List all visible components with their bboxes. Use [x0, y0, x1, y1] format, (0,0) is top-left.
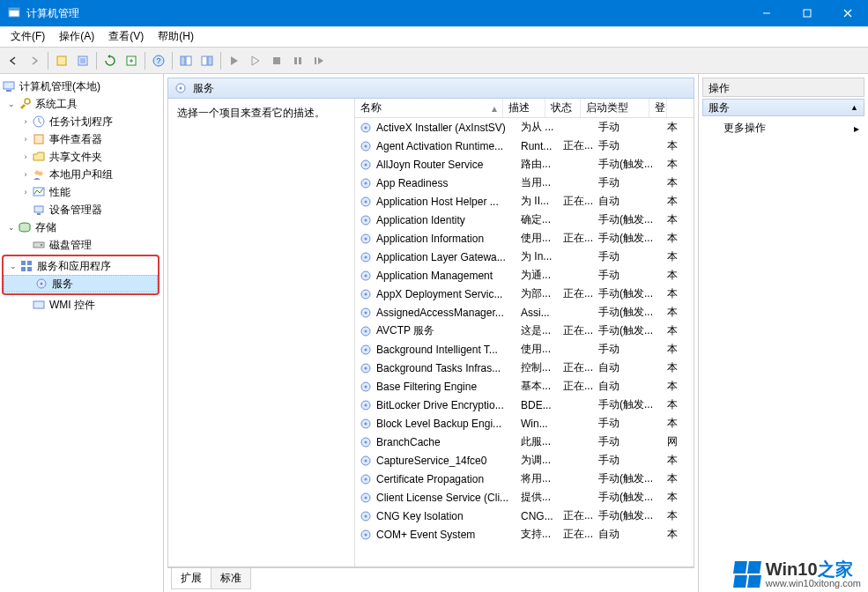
service-name: AppX Deployment Servic...	[376, 288, 521, 300]
svg-point-71	[365, 366, 367, 369]
svg-rect-17	[208, 56, 212, 65]
tree-wmi-label: WMI 控件	[49, 298, 95, 313]
service-row[interactable]: Application Layer Gatewa...为 In...手动本	[355, 248, 694, 266]
tree-event-viewer[interactable]: › 事件查看器	[0, 130, 163, 148]
navigation-tree[interactable]: 计算机管理(本地) ⌄ 系统工具 › 任务计划程序 › 事件查看器 › 共享文件…	[0, 74, 164, 592]
menu-help[interactable]: 帮助(H)	[151, 26, 201, 47]
column-name[interactable]: 名称▴	[355, 99, 503, 117]
export-button[interactable]	[122, 51, 141, 70]
service-row[interactable]: BranchCache此服...手动网	[355, 433, 694, 451]
close-button[interactable]	[827, 0, 868, 26]
back-button[interactable]	[4, 51, 23, 70]
tab-extended[interactable]: 扩展	[171, 568, 211, 589]
forward-button[interactable]	[25, 51, 44, 70]
service-row[interactable]: CaptureService_14fce0为调...手动本	[355, 451, 694, 470]
column-startup[interactable]: 启动类型	[581, 99, 649, 117]
service-row[interactable]: Base Filtering Engine基本...正在...自动本	[355, 377, 694, 396]
service-row[interactable]: Application Host Helper ...为 II...正在...自…	[355, 192, 694, 211]
services-list[interactable]: 名称▴ 描述 状态 启动类型 登 ActiveX Installer (AxIn…	[355, 99, 694, 566]
minimize-button[interactable]	[746, 0, 787, 26]
service-desc: 当用...	[521, 175, 563, 190]
tree-services[interactable]: 服务	[4, 275, 158, 292]
show-hide-actions-button[interactable]	[197, 51, 217, 70]
service-row[interactable]: Client License Service (Cli...提供...手动(触发…	[355, 488, 694, 507]
gear-icon	[359, 195, 373, 209]
tree-task-scheduler[interactable]: › 任务计划程序	[0, 113, 163, 130]
tree-services-apps-label: 服务和应用程序	[37, 259, 111, 274]
menu-view[interactable]: 查看(V)	[101, 26, 151, 47]
tree-performance[interactable]: › 性能	[0, 183, 163, 201]
service-row[interactable]: Agent Activation Runtime...Runt...正在...手…	[355, 137, 694, 155]
service-row[interactable]: Background Intelligent T...使用...手动本	[355, 340, 694, 359]
collapse-icon[interactable]: ⌄	[7, 260, 19, 272]
pause-button[interactable]	[288, 51, 308, 70]
maximize-button[interactable]	[787, 0, 827, 26]
show-hide-tree-button[interactable]	[176, 51, 196, 70]
service-startup: 手动	[598, 416, 667, 431]
gear-icon	[359, 491, 373, 505]
expand-icon[interactable]: ›	[19, 168, 32, 181]
expand-icon[interactable]: ›	[19, 186, 32, 198]
service-desc: Assi...	[521, 307, 563, 319]
start-service-button[interactable]	[225, 51, 244, 70]
expand-icon[interactable]: ›	[19, 133, 32, 145]
menu-file[interactable]: 文件(F)	[4, 26, 52, 47]
service-row[interactable]: Application Identity确定...手动(触发...本	[355, 211, 694, 229]
expand-icon[interactable]: ›	[19, 115, 32, 128]
stop-button[interactable]	[267, 51, 286, 70]
help-button[interactable]: ?	[149, 51, 168, 70]
service-row[interactable]: BitLocker Drive Encryptio...BDE...手动(触发.…	[355, 396, 694, 414]
svg-point-63	[365, 292, 367, 295]
column-status[interactable]: 状态	[545, 99, 581, 117]
svg-point-59	[365, 255, 367, 258]
services-body: 选择一个项目来查看它的描述。 名称▴ 描述 状态 启动类型 登 ActiveX …	[167, 99, 694, 567]
svg-point-57	[365, 237, 367, 240]
expand-icon[interactable]: ›	[19, 151, 32, 163]
service-startup: 手动(触发...	[598, 231, 667, 246]
service-desc: 此服...	[521, 434, 563, 449]
tab-standard[interactable]: 标准	[211, 568, 251, 589]
service-row[interactable]: CNG Key IsolationCNG...正在...手动(触发...本	[355, 507, 694, 525]
tree-disk-mgmt[interactable]: 磁盘管理	[0, 236, 163, 254]
service-row[interactable]: AppX Deployment Servic...为部...正在...手动(触发…	[355, 285, 694, 303]
tree-device-manager[interactable]: 设备管理器	[0, 201, 163, 218]
service-row[interactable]: Certificate Propagation将用...手动(触发...本	[355, 470, 694, 488]
tree-event-viewer-label: 事件查看器	[49, 132, 102, 147]
service-row[interactable]: App Readiness当用...手动本	[355, 174, 694, 192]
play-button[interactable]	[246, 51, 265, 70]
service-name: Application Information	[376, 233, 521, 245]
service-row[interactable]: AllJoyn Router Service路由...手动(触发...本	[355, 155, 694, 174]
actions-section-services[interactable]: 服务 ▲	[702, 99, 864, 116]
menu-action[interactable]: 操作(A)	[52, 26, 101, 47]
actions-more[interactable]: 更多操作 ▸	[702, 116, 864, 140]
column-logon[interactable]: 登	[649, 99, 667, 117]
svg-point-28	[39, 172, 43, 176]
service-row[interactable]: COM+ Event System支持...正在...自动本	[355, 525, 694, 544]
tree-shared-folders[interactable]: › 共享文件夹	[0, 148, 163, 166]
tree-wmi[interactable]: WMI 控件	[0, 296, 163, 314]
service-row[interactable]: Background Tasks Infras...控制...正在...自动本	[355, 359, 694, 377]
collapse-icon[interactable]: ⌄	[5, 221, 18, 233]
service-row[interactable]: ActiveX Installer (AxInstSV)为从 ...手动本	[355, 118, 694, 137]
service-startup: 手动(触发...	[598, 490, 667, 505]
service-row[interactable]: Block Level Backup Engi...Win...手动本	[355, 414, 694, 433]
tree-services-apps[interactable]: ⌄ 服务和应用程序	[4, 257, 158, 275]
service-status: 正在...	[563, 231, 598, 246]
collapse-icon[interactable]: ⌄	[5, 98, 18, 110]
restart-button[interactable]	[309, 51, 329, 70]
details-button[interactable]	[73, 51, 93, 70]
tree-local-users[interactable]: › 本地用户和组	[0, 166, 163, 183]
column-desc[interactable]: 描述	[503, 99, 545, 117]
service-row[interactable]: Application Information使用...正在...手动(触发..…	[355, 229, 694, 248]
service-logon: 本	[667, 305, 685, 320]
service-row[interactable]: Application Management为通...手动本	[355, 266, 694, 285]
tree-system-tools[interactable]: ⌄ 系统工具	[0, 95, 163, 113]
service-row[interactable]: AVCTP 服务这是...正在...手动(触发...本	[355, 322, 694, 340]
tree-storage[interactable]: ⌄ 存储	[0, 218, 163, 236]
tree-root[interactable]: 计算机管理(本地)	[0, 78, 163, 95]
refresh-button[interactable]	[100, 51, 120, 70]
properties-button[interactable]	[52, 51, 71, 70]
service-desc: 使用...	[521, 231, 563, 246]
svg-rect-22	[4, 82, 14, 89]
service-row[interactable]: AssignedAccessManager...Assi...手动(触发...本	[355, 303, 694, 322]
